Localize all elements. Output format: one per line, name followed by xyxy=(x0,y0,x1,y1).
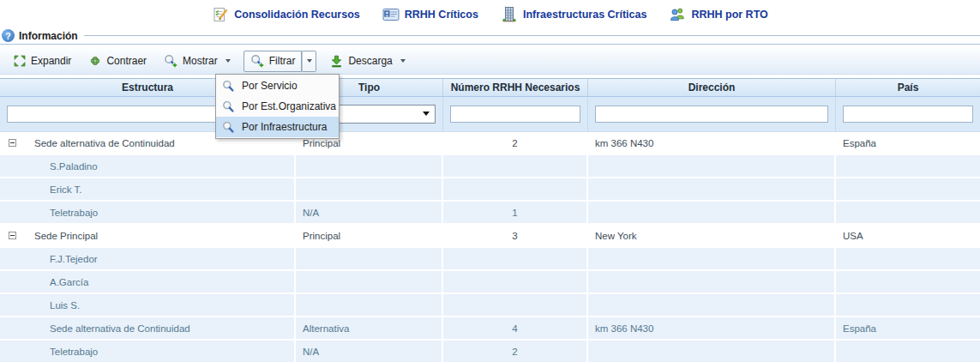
notepad-pencil-icon xyxy=(212,6,229,23)
table-row[interactable]: F.J.Tejedor xyxy=(0,248,980,271)
table-row[interactable]: S.Paladino xyxy=(0,155,980,178)
cell-direccion: km 366 N430 xyxy=(588,317,836,339)
filter-cell xyxy=(588,97,836,131)
direccion-filter-input[interactable] xyxy=(595,106,828,123)
cell-pais: España xyxy=(836,317,980,339)
download-button[interactable]: Descarga xyxy=(323,51,411,72)
table-row[interactable]: Teletrabajo N/A 2 xyxy=(0,341,980,362)
nav-label: RRHH Críticos xyxy=(405,9,478,21)
building-icon xyxy=(501,6,518,23)
filter-menu: Por Servicio Por Est.Organizativa Por In… xyxy=(215,74,340,139)
help-icon[interactable]: ? xyxy=(2,29,15,42)
people-icon xyxy=(669,6,686,23)
cell-estructura: S.Paladino xyxy=(0,155,296,177)
magnifier-plus-icon xyxy=(250,54,265,69)
numero-rrhh-filter-input[interactable] xyxy=(450,106,580,123)
filter-row xyxy=(0,97,980,132)
column-header-numero-rrhh[interactable]: Número RRHH Necesarios xyxy=(443,79,588,96)
collapse-button[interactable]: Contraer xyxy=(82,51,153,71)
chevron-down-icon xyxy=(225,59,231,63)
cell-direccion: km 366 N430 xyxy=(588,132,836,154)
cell-numero xyxy=(443,271,588,293)
cell-pais xyxy=(836,271,980,293)
magnifier-plus-icon xyxy=(164,54,178,69)
cell-tipo xyxy=(296,248,443,269)
cell-direccion xyxy=(588,178,836,200)
pais-filter-input[interactable] xyxy=(843,106,973,123)
cell-numero: 4 xyxy=(443,317,588,339)
table-row[interactable]: Sede Principal Principal 3 New York USA xyxy=(0,225,980,248)
menu-item-label: Por Servicio xyxy=(242,80,298,92)
cell-pais xyxy=(836,248,980,269)
legend-divider xyxy=(84,35,980,36)
collapse-arrows-icon xyxy=(88,54,102,68)
chevron-down-icon xyxy=(307,59,312,63)
cell-estructura: Teletrabajo xyxy=(0,202,296,223)
menu-item-por-est-organizativa[interactable]: Por Est.Organizativa xyxy=(216,96,339,117)
expand-button[interactable]: Expandir xyxy=(7,51,77,71)
table-row[interactable]: Luis S. xyxy=(0,294,980,317)
nav-rrhh-por-rto[interactable]: RRHH por RTO xyxy=(669,6,767,23)
nav-label: Consolidación Recursos xyxy=(234,9,360,21)
cell-numero: 1 xyxy=(443,202,588,223)
table-row[interactable]: Sede alternativa de Continuidad Alternat… xyxy=(0,317,980,341)
magnifier-icon xyxy=(222,100,235,113)
collapse-node-icon[interactable] xyxy=(9,232,16,239)
nav-infraestructuras-criticas[interactable]: Infraestructuras Críticas xyxy=(501,6,647,23)
cell-estructura: Teletrabajo xyxy=(0,341,296,362)
cell-direccion xyxy=(588,294,836,316)
cell-pais xyxy=(836,294,980,316)
table-row[interactable]: Sede alternativa de Continuidad Principa… xyxy=(0,132,980,155)
chevron-down-icon xyxy=(400,59,406,63)
collapse-label: Contraer xyxy=(106,55,147,67)
cell-pais xyxy=(836,155,980,177)
cell-estructura: Sede alternativa de Continuidad xyxy=(0,317,296,339)
table-row[interactable]: Teletrabajo N/A 1 xyxy=(0,202,980,225)
show-label: Mostrar xyxy=(183,55,218,67)
nav-rrhh-criticos[interactable]: RRHH Críticos xyxy=(382,6,478,23)
cell-estructura: A.García xyxy=(0,271,296,293)
download-label: Descarga xyxy=(348,55,392,67)
menu-item-por-infraestructura[interactable]: Por Infraestructura xyxy=(216,117,339,137)
cell-tipo xyxy=(296,178,443,200)
top-nav: Consolidación Recursos RRHH Críticos Inf… xyxy=(0,0,980,27)
select-caret-icon xyxy=(423,112,430,116)
cell-numero xyxy=(443,294,588,316)
expand-label: Expandir xyxy=(31,55,71,67)
cell-tipo: Alternativa xyxy=(296,317,443,339)
collapse-node-icon[interactable] xyxy=(9,139,16,147)
cell-estructura: Luis S. xyxy=(0,294,296,316)
column-header-direccion[interactable]: Dirección xyxy=(588,79,836,96)
cell-tipo: N/A xyxy=(296,202,443,223)
magnifier-icon xyxy=(222,80,235,93)
filter-caret-button[interactable] xyxy=(302,51,316,72)
filter-cell xyxy=(443,97,588,131)
cell-pais xyxy=(836,341,980,362)
cell-direccion xyxy=(588,202,836,223)
column-header-pais[interactable]: País xyxy=(836,79,980,96)
content-area: Expandir Contraer Mostrar xyxy=(0,44,980,362)
filter-button[interactable]: Filtrar xyxy=(243,51,303,72)
cell-pais: USA xyxy=(836,225,980,246)
table-row[interactable]: A.García xyxy=(0,271,980,294)
cell-pais xyxy=(836,178,980,200)
cell-estructura: Sede Principal xyxy=(0,225,296,246)
cell-numero: 2 xyxy=(443,341,588,362)
show-button[interactable]: Mostrar xyxy=(158,51,237,72)
cell-tipo xyxy=(296,271,443,293)
nav-consolidacion-recursos[interactable]: Consolidación Recursos xyxy=(212,6,360,23)
cell-tipo xyxy=(296,155,443,177)
menu-item-por-servicio[interactable]: Por Servicio xyxy=(216,75,339,96)
cell-pais xyxy=(836,202,980,223)
menu-item-label: Por Infraestructura xyxy=(242,121,327,133)
cell-numero: 3 xyxy=(443,225,588,246)
table-row[interactable]: Erick T. xyxy=(0,178,980,202)
cell-pais: España xyxy=(836,132,980,154)
nav-label: Infraestructuras Críticas xyxy=(523,9,647,21)
filter-split-button: Filtrar xyxy=(243,51,317,72)
section-title: Información xyxy=(19,30,78,42)
table-header-row: Estructura Tipo Número RRHH Necesarios D… xyxy=(0,78,980,97)
resources-table: Estructura Tipo Número RRHH Necesarios D… xyxy=(0,78,980,362)
cell-direccion: New York xyxy=(588,225,836,246)
cell-tipo: N/A xyxy=(296,341,443,362)
